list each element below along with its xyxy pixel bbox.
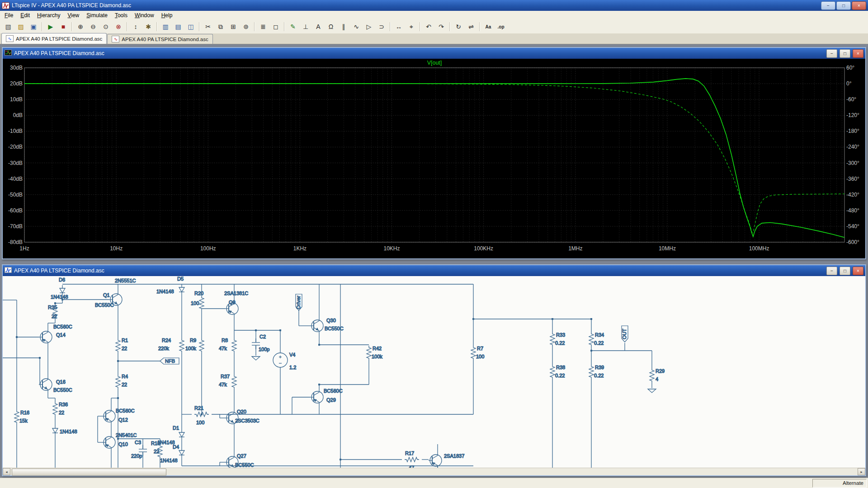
tile-horizontally-icon[interactable]: ▤ bbox=[172, 21, 184, 33]
component-D5[interactable]: D51N4148 bbox=[156, 276, 184, 295]
component-D6[interactable]: D61N4148 bbox=[51, 277, 68, 300]
component-Q20[interactable]: Q202SC3503C bbox=[225, 409, 259, 426]
component-Q1[interactable]: Q12N5551CBC550C bbox=[95, 278, 136, 308]
place-resistor-icon[interactable]: Ω bbox=[325, 21, 337, 33]
schematic-close-button[interactable]: × bbox=[853, 267, 863, 275]
autorange-y-axis-icon[interactable]: ↕ bbox=[130, 21, 142, 33]
component-R7[interactable]: R7100 bbox=[471, 346, 484, 360]
app-titlebar[interactable]: LTspice IV - APEX A40 PA LTSPICE Diamond… bbox=[0, 0, 868, 11]
schematic-hscrollbar[interactable]: ◂ ▸ bbox=[3, 468, 865, 475]
menu-window[interactable]: Window bbox=[131, 11, 158, 19]
new-schematic-icon[interactable]: ▧ bbox=[2, 21, 14, 33]
component-D4[interactable]: D41N4148 bbox=[160, 444, 184, 463]
menu-help[interactable]: Help bbox=[158, 11, 176, 19]
control-panel-icon[interactable]: ✱ bbox=[142, 21, 154, 33]
component-R24[interactable]: R24220k bbox=[158, 338, 184, 353]
schematic-canvas-area[interactable]: R3522R20100R122R24220kR9100kR847kR422R37… bbox=[3, 276, 865, 468]
waveform-minimize-button[interactable]: − bbox=[826, 49, 837, 58]
print-icon[interactable]: ≣ bbox=[257, 21, 269, 33]
mirror-icon[interactable]: ⇌ bbox=[465, 21, 477, 33]
component-R17[interactable]: R1747 bbox=[405, 450, 419, 468]
menu-simulate[interactable]: Simulate bbox=[83, 11, 111, 19]
schematic-minimize-button[interactable]: − bbox=[826, 267, 837, 275]
component-Q14[interactable]: Q14BC560C bbox=[39, 324, 72, 345]
app-minimize-button[interactable]: − bbox=[821, 1, 835, 10]
component-R38[interactable]: R380.22 bbox=[550, 365, 565, 379]
paste-icon[interactable]: ⊞ bbox=[227, 21, 239, 33]
place-component-icon[interactable]: ⊃ bbox=[376, 21, 387, 33]
zoom-back-icon[interactable]: ⊗ bbox=[113, 21, 124, 33]
tab-1-schematic[interactable]: ∿APEX A40 PA LTSPICE Diamond.asc bbox=[1, 33, 107, 44]
cascade-windows-icon[interactable]: ◫ bbox=[185, 21, 197, 33]
zoom-out-icon[interactable]: ⊖ bbox=[87, 21, 99, 33]
place-ground-icon[interactable]: ⊥ bbox=[300, 21, 311, 33]
component-D1[interactable]: D11N4148 bbox=[157, 425, 184, 445]
drag-icon[interactable]: ⌖ bbox=[406, 21, 417, 33]
menu-file[interactable]: File bbox=[1, 11, 17, 19]
waveform-close-button[interactable]: × bbox=[853, 49, 863, 58]
component-2SA1837[interactable]: 2SA1837 bbox=[429, 452, 464, 468]
open-file-icon[interactable]: ▨ bbox=[15, 21, 27, 33]
component-R16[interactable]: R1615k bbox=[14, 410, 29, 424]
print-preview-icon[interactable]: ◻ bbox=[270, 21, 282, 33]
spice-directive-icon[interactable]: .op bbox=[495, 21, 507, 33]
place-inductor-icon[interactable]: ∿ bbox=[350, 21, 362, 33]
component-Q10[interactable]: Q102N5401C bbox=[102, 432, 137, 450]
save-file-icon[interactable]: ▣ bbox=[28, 21, 39, 33]
component-Q12[interactable]: Q12BC560C bbox=[102, 408, 135, 424]
net-flag-OUT[interactable]: OUT bbox=[622, 326, 628, 342]
tab-2-waveform[interactable]: ∿APEX A40 PA LTSPICE Diamond.asc bbox=[107, 34, 212, 44]
draw-wire-icon[interactable]: ✎ bbox=[287, 21, 299, 33]
bode-plot-area[interactable]: 1Hz10Hz100Hz1KHz10KHz100KHz1MHz10MHz100M… bbox=[3, 59, 865, 258]
waveform-window-titlebar[interactable]: APEX A40 PA LTSPICE Diamond.asc − □ × bbox=[3, 48, 865, 59]
component-R9[interactable]: R9100k bbox=[185, 338, 204, 353]
run-simulation-icon[interactable]: ▶ bbox=[45, 21, 57, 33]
schematic-wires[interactable] bbox=[3, 284, 652, 468]
net-flag-NFB[interactable]: NFB bbox=[160, 358, 179, 364]
schematic-canvas[interactable]: R3522R20100R122R24220kR9100kR847kR422R37… bbox=[3, 276, 863, 468]
component-R33[interactable]: R330.22 bbox=[550, 332, 565, 347]
zoom-full-extents-icon[interactable]: ⊙ bbox=[100, 21, 112, 33]
redo-icon[interactable]: ↷ bbox=[435, 21, 447, 33]
component-R20[interactable]: R20100 bbox=[191, 291, 204, 310]
tile-vertically-icon[interactable]: ▥ bbox=[160, 21, 171, 33]
component-R42[interactable]: R42100k bbox=[367, 346, 382, 360]
halt-simulation-icon[interactable]: ■ bbox=[57, 21, 69, 33]
schematic-window-titlebar[interactable]: APEX A40 PA LTSPICE Diamond.asc − □ × bbox=[3, 265, 865, 276]
waveform-maximize-button[interactable]: □ bbox=[840, 49, 850, 58]
scroll-left-arrow-icon[interactable]: ◂ bbox=[3, 468, 10, 475]
component-1N4148[interactable]: 1N4148 bbox=[52, 425, 77, 436]
menu-hierarchy[interactable]: Hierarchy bbox=[33, 11, 64, 19]
component-Q29[interactable]: Q29BC560C bbox=[310, 388, 343, 405]
app-maximize-button[interactable]: □ bbox=[836, 1, 851, 10]
component-R39[interactable]: R390.22 bbox=[589, 365, 604, 379]
bode-plot[interactable]: 1Hz10Hz100Hz1KHz10KHz100KHz1MHz10MHz100M… bbox=[3, 59, 863, 258]
zoom-in-icon[interactable]: ⊕ bbox=[75, 21, 86, 33]
place-text-icon[interactable]: Aa bbox=[482, 21, 494, 33]
ground-symbol[interactable] bbox=[252, 357, 260, 360]
component-Q9[interactable]: Q92SA1381C bbox=[224, 291, 248, 317]
net-flag-Driver[interactable]: Driver bbox=[296, 294, 302, 310]
component-R37[interactable]: R3747k bbox=[219, 374, 236, 389]
find-icon[interactable]: ⊚ bbox=[240, 21, 252, 33]
move-icon[interactable]: ↔ bbox=[393, 21, 405, 33]
component-R1[interactable]: R122 bbox=[116, 338, 128, 353]
component-R8[interactable]: R847k bbox=[219, 338, 236, 353]
rotate-icon[interactable]: ↻ bbox=[453, 21, 464, 33]
component-V4[interactable]: V41.2 bbox=[273, 352, 296, 370]
component-R4[interactable]: R422 bbox=[116, 374, 128, 389]
component-R29[interactable]: R294 bbox=[650, 368, 665, 383]
copy-icon[interactable]: ⧉ bbox=[215, 21, 226, 33]
component-R36[interactable]: R3622 bbox=[53, 402, 68, 416]
place-diode-icon[interactable]: ▷ bbox=[363, 21, 375, 33]
component-C3[interactable]: C3220p bbox=[131, 440, 147, 459]
place-net-label-icon[interactable]: A bbox=[312, 21, 324, 33]
component-R34[interactable]: R340.22 bbox=[589, 332, 604, 347]
component-Q30[interactable]: Q30BC550C bbox=[310, 318, 344, 334]
app-close-button[interactable]: × bbox=[852, 1, 866, 10]
component-C2[interactable]: C2100p bbox=[252, 334, 269, 352]
menu-tools[interactable]: Tools bbox=[111, 11, 131, 19]
component-R35[interactable]: R3522 bbox=[48, 305, 57, 319]
menu-edit[interactable]: Edit bbox=[17, 11, 33, 19]
ground-symbol[interactable] bbox=[648, 389, 656, 393]
